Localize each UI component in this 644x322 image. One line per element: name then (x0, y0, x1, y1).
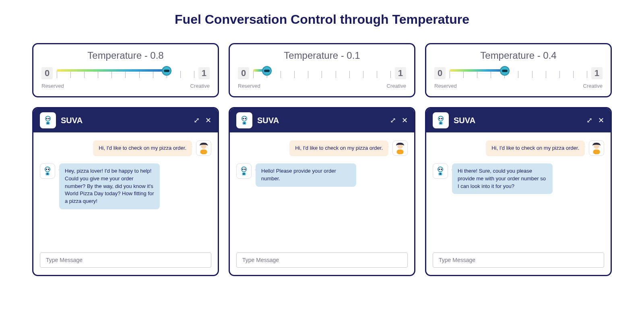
slider-fill (450, 69, 505, 72)
svg-rect-18 (397, 149, 404, 154)
svg-point-21 (244, 169, 246, 170)
panel-col: Temperature - 0.1 0 1 Reserved Creative (229, 43, 415, 276)
slider-left-label: Reserved (238, 83, 260, 89)
svg-point-32 (439, 169, 440, 170)
svg-point-1 (46, 118, 48, 120)
slider-thumb-icon[interactable] (262, 66, 272, 76)
chat-panel: SUVA ⤢ ✕ Hi, I'd like to check on my piz… (229, 107, 415, 276)
bot-message: Hi there! Sure, could you please provide… (452, 163, 553, 194)
temperature-slider[interactable] (450, 65, 587, 81)
svg-point-8 (46, 169, 47, 170)
svg-rect-30 (593, 149, 600, 154)
slider-right-label: Creative (387, 83, 406, 89)
svg-point-35 (440, 173, 441, 175)
temperature-panel: Temperature - 0.8 0 1 Reserved Creative (32, 43, 219, 97)
close-icon[interactable]: ✕ (598, 117, 604, 124)
slider-max: 1 (395, 67, 406, 79)
temperature-slider[interactable] (57, 65, 194, 81)
svg-point-25 (439, 118, 441, 120)
panel-col: Temperature - 0.8 0 1 Reserved Creative (32, 43, 219, 276)
chat-header: SUVA ⤢ ✕ (33, 108, 218, 132)
page-title: Fuel Conversation Control through Temper… (32, 12, 612, 27)
chat-title: SUVA (257, 116, 385, 125)
chat-panel: SUVA ⤢ ✕ Hi, I'd like to check on my piz… (425, 107, 612, 276)
bot-logo-icon (40, 112, 56, 128)
slider-left-label: Reserved (434, 83, 457, 89)
slider-min: 0 (41, 67, 53, 79)
svg-point-20 (242, 169, 244, 170)
slider-fill (57, 69, 167, 72)
svg-point-14 (245, 118, 246, 120)
bot-message-row: Hey, pizza lover! I'd be happy to help! … (40, 163, 211, 209)
svg-point-13 (243, 118, 244, 120)
temperature-panel: Temperature - 0.1 0 1 Reserved Creative (229, 43, 415, 97)
expand-icon[interactable]: ⤢ (194, 117, 200, 124)
bot-message: Hello! Please provide your order number. (256, 163, 356, 187)
bot-avatar-icon (236, 163, 252, 179)
bot-logo-icon (236, 112, 252, 128)
bot-avatar-icon (40, 163, 55, 179)
svg-point-4 (47, 122, 49, 124)
chat-header: SUVA ⤢ ✕ (426, 108, 611, 132)
user-avatar-icon (392, 140, 408, 156)
slider-min: 0 (238, 67, 249, 79)
slider-left-label: Reserved (41, 83, 64, 89)
bot-message-row: Hi there! Sure, could you please provide… (433, 163, 604, 194)
slider-right-label: Creative (583, 83, 603, 89)
svg-point-2 (48, 118, 50, 120)
message-input[interactable] (236, 252, 408, 268)
user-message: Hi, I'd like to check on my pizza order. (289, 140, 388, 156)
temperature-label: Temperature - 0.8 (41, 50, 210, 61)
temperature-slider[interactable] (253, 65, 391, 81)
temperature-panel: Temperature - 0.4 0 1 Reserved Creative (425, 43, 612, 97)
close-icon[interactable]: ✕ (205, 117, 211, 124)
panel-col: Temperature - 0.4 0 1 Reserved Creative (425, 43, 612, 276)
expand-icon[interactable]: ⤢ (586, 117, 592, 124)
chat-title: SUVA (61, 116, 189, 125)
svg-point-16 (244, 122, 245, 124)
slider-thumb-icon[interactable] (500, 66, 510, 76)
slider-min: 0 (434, 67, 446, 79)
svg-point-9 (48, 169, 50, 170)
svg-point-23 (243, 173, 245, 175)
close-icon[interactable]: ✕ (402, 117, 408, 124)
bot-message: Hey, pizza lover! I'd be happy to help! … (59, 163, 160, 209)
user-avatar-icon (589, 140, 604, 156)
chat-title: SUVA (454, 116, 582, 125)
svg-point-33 (441, 169, 442, 170)
temperature-label: Temperature - 0.1 (238, 50, 406, 61)
bot-message-row: Hello! Please provide your order number. (236, 163, 408, 187)
user-message-row: Hi, I'd like to check on my pizza order. (236, 140, 408, 156)
slider-right-label: Creative (190, 83, 210, 89)
slider-thumb-icon[interactable] (162, 66, 171, 76)
chat-header: SUVA ⤢ ✕ (230, 108, 414, 132)
bot-avatar-icon (433, 163, 448, 179)
slider-max: 1 (591, 67, 603, 79)
user-avatar-icon (196, 140, 211, 156)
chat-panel: SUVA ⤢ ✕ Hi, I'd like to check on my piz… (32, 107, 219, 276)
bot-logo-icon (433, 112, 449, 128)
svg-rect-6 (200, 149, 207, 154)
svg-point-28 (440, 122, 442, 124)
user-message-row: Hi, I'd like to check on my pizza order. (433, 140, 604, 156)
message-input[interactable] (40, 252, 211, 268)
temperature-label: Temperature - 0.4 (434, 50, 603, 61)
message-input[interactable] (433, 252, 604, 268)
expand-icon[interactable]: ⤢ (390, 117, 396, 124)
user-message: Hi, I'd like to check on my pizza order. (486, 140, 585, 156)
user-message-row: Hi, I'd like to check on my pizza order. (40, 140, 211, 156)
user-message: Hi, I'd like to check on my pizza order. (93, 140, 192, 156)
svg-point-26 (441, 118, 443, 120)
panels-grid: Temperature - 0.8 0 1 Reserved Creative (32, 43, 612, 276)
slider-max: 1 (198, 67, 210, 79)
svg-point-11 (47, 173, 48, 175)
